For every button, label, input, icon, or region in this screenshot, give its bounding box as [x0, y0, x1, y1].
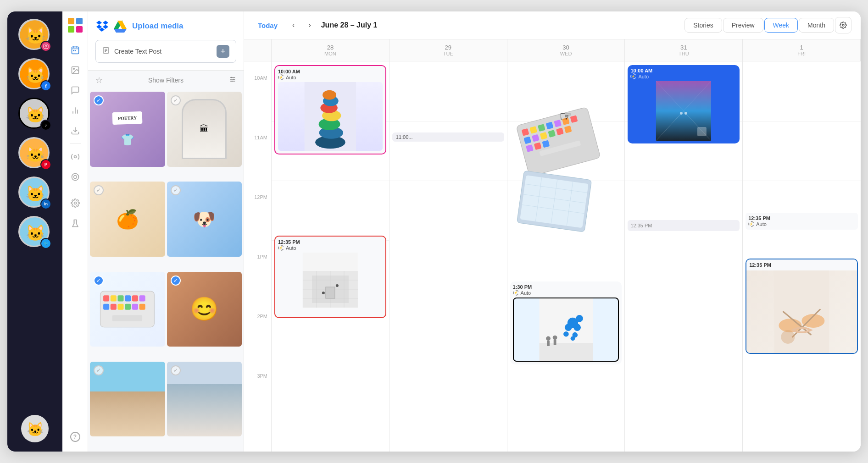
tab-preview[interactable]: Preview	[723, 18, 763, 33]
event-time-fri-knitting: 12:35 PM	[749, 262, 854, 268]
event-mon-10am[interactable]: 10:00 AM ⚡ Auto	[274, 65, 386, 154]
svg-rect-54	[132, 295, 138, 301]
nav-automation[interactable]	[66, 148, 84, 166]
date-range: June 28 – July 1	[321, 21, 395, 29]
cal-col-mon: 10:00 AM ⚡ Auto	[272, 61, 389, 452]
account-facebook[interactable]: 🐱 f	[18, 58, 51, 91]
next-arrow[interactable]: ›	[305, 18, 314, 32]
account-pinterest[interactable]: 🐱 P	[18, 137, 51, 170]
nav-download[interactable]	[66, 121, 84, 140]
tab-week[interactable]: Week	[764, 18, 798, 33]
svg-rect-56	[103, 303, 109, 309]
nav-lab[interactable]	[66, 214, 84, 232]
event-wed-130pm[interactable]: 1:30 PM ⚡ Auto	[510, 281, 622, 364]
calendar-body: 10AM 11AM 12PM 1PM 2PM 3PM 10	[244, 61, 861, 452]
text-post-icon	[102, 47, 110, 56]
svg-point-118	[573, 324, 581, 331]
nav-comments[interactable]	[66, 81, 84, 99]
svg-point-63	[842, 24, 844, 26]
account-linkedin[interactable]: 🐱 in	[18, 176, 51, 209]
time-1pm: 1PM	[257, 254, 267, 259]
media-item-3[interactable]: 🍊 ✓	[90, 182, 165, 257]
media-item-2[interactable]: 🏛 ✓	[167, 92, 242, 167]
svg-point-136	[781, 330, 795, 344]
media-check-6: ✓	[171, 276, 181, 286]
event-label-thu-auto: ⚡ Auto	[630, 73, 737, 79]
filter-sliders-icon[interactable]	[229, 76, 236, 85]
nav-media[interactable]	[66, 61, 84, 79]
event-thu-1235[interactable]: 12:35 PM	[628, 220, 740, 231]
nav-groups[interactable]	[66, 168, 84, 186]
event-img-balloon-dog	[513, 298, 619, 362]
event-fri-1235-text[interactable]: 12:35 PM ⚡ Auto	[746, 213, 858, 230]
tab-month[interactable]: Month	[799, 18, 834, 33]
media-item-8[interactable]: ✓	[167, 362, 242, 437]
cal-col-thu: 10:00 AM ⚡ Auto	[625, 61, 743, 452]
svg-rect-61	[139, 303, 145, 309]
event-label-mon-10am: ⚡ Auto	[278, 74, 383, 80]
media-item-6[interactable]: 😊 ✓	[167, 272, 242, 347]
media-header: Upload media Create Text Post +	[88, 11, 244, 71]
google-drive-icon[interactable]	[113, 19, 128, 33]
media-item-4[interactable]: 🐶 ✓	[167, 182, 242, 257]
hour-line-11-tue	[389, 121, 507, 121]
time-column: 10AM 11AM 12PM 1PM 2PM 3PM	[244, 61, 272, 452]
accounts-sidebar: 🐱 🐱 f 🐱	[7, 11, 62, 452]
svg-point-122	[570, 336, 575, 341]
event-time-mon-1235: 12:35 PM	[278, 239, 383, 245]
bottom-cat-avatar: 🐱	[21, 415, 49, 444]
prev-arrow[interactable]: ‹	[289, 18, 298, 32]
favorite-filter-icon[interactable]: ☆	[95, 75, 103, 85]
svg-rect-60	[132, 303, 138, 309]
svg-point-36	[74, 202, 76, 204]
media-item-1[interactable]: POETRY 👕 ✓	[90, 92, 165, 167]
svg-rect-113	[547, 341, 550, 346]
tab-stories[interactable]: Stories	[684, 18, 722, 33]
event-thu-10am[interactable]: 10:00 AM ⚡ Auto	[628, 65, 740, 143]
cal-day-29: 29 TUE	[389, 39, 507, 61]
today-button[interactable]: Today	[253, 19, 282, 32]
svg-rect-17	[68, 18, 74, 24]
calendar-grid: 28 MON 29 TUE 30 WED 31 THU 1 FRI	[244, 39, 861, 452]
time-header	[244, 39, 272, 61]
event-mon-1235pm[interactable]: 12:35 PM ⚡ Auto	[274, 236, 386, 318]
svg-rect-57	[111, 303, 117, 309]
event-img-knitting	[746, 270, 857, 353]
event-time-thu-10am: 10:00 AM	[630, 68, 737, 73]
event-tue-11am[interactable]: 11:00...	[392, 132, 504, 142]
create-post-bar[interactable]: Create Text Post +	[95, 40, 236, 63]
nav-settings[interactable]	[66, 194, 84, 212]
media-item-5[interactable]: ✓	[90, 272, 165, 347]
cal-day-31: 31 THU	[625, 39, 743, 61]
svg-point-82	[336, 284, 339, 287]
upload-row: Upload media	[95, 19, 236, 33]
time-2pm: 2PM	[257, 314, 267, 319]
svg-rect-52	[118, 295, 124, 301]
svg-point-129	[684, 112, 687, 115]
event-label-fri-auto: ⚡ Auto	[748, 221, 855, 227]
calendar-settings-button[interactable]	[835, 17, 851, 33]
dropbox-icon[interactable]	[95, 19, 110, 33]
nav-help[interactable]: ?	[66, 428, 84, 446]
account-tiktok[interactable]: 🐱 ♪	[18, 98, 51, 131]
svg-point-112	[546, 336, 551, 341]
svg-rect-19	[68, 26, 74, 33]
account-instagram[interactable]: 🐱	[18, 19, 51, 52]
event-wed-keyboard[interactable]	[498, 98, 634, 247]
twitter-badge: 🐦	[40, 238, 51, 249]
create-post-plus-button[interactable]: +	[217, 45, 229, 58]
nav-analytics[interactable]	[66, 101, 84, 120]
svg-point-117	[576, 315, 583, 322]
nav-calendar[interactable]	[66, 41, 84, 59]
event-time-fri-1235: 12:35 PM	[748, 215, 855, 221]
svg-point-81	[322, 292, 325, 294]
upload-media-label[interactable]: Upload media	[132, 22, 183, 31]
svg-point-120	[563, 331, 569, 337]
svg-point-47	[233, 79, 234, 80]
event-fri-knitting[interactable]: 12:35 PM	[746, 259, 858, 354]
show-filters-label[interactable]: Show Filters	[107, 77, 224, 84]
account-twitter[interactable]: 🐱 🐦	[18, 216, 51, 249]
svg-point-128	[680, 112, 683, 115]
media-item-7[interactable]: ✓	[90, 362, 165, 437]
svg-rect-58	[118, 303, 124, 309]
